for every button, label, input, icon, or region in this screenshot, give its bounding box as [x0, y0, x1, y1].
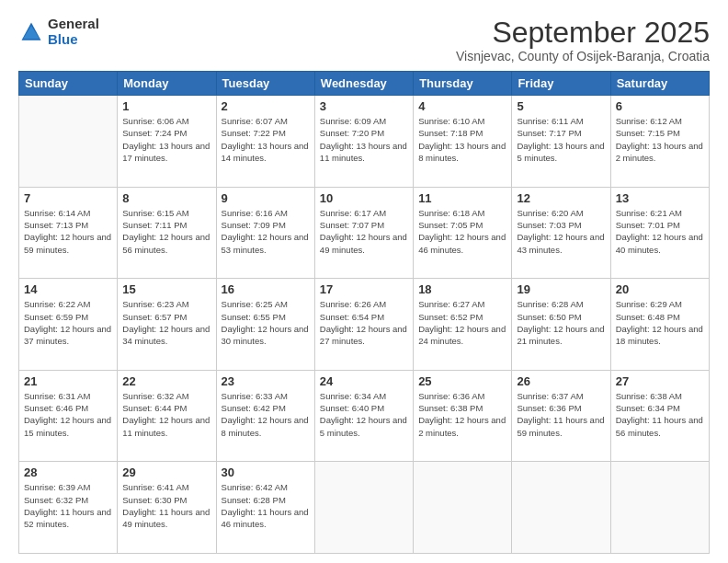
calendar-cell: 18Sunrise: 6:27 AMSunset: 6:52 PMDayligh…: [414, 279, 512, 371]
day-number: 2: [222, 99, 310, 113]
logo-icon: [18, 19, 44, 45]
day-info: Sunrise: 6:25 AMSunset: 6:55 PMDaylight:…: [222, 298, 310, 347]
calendar-cell: [414, 462, 512, 554]
calendar-cell: 23Sunrise: 6:33 AMSunset: 6:42 PMDayligh…: [216, 370, 314, 462]
day-number: 8: [122, 191, 210, 205]
header: General Blue September 2025 Visnjevac, C…: [18, 17, 710, 63]
location-title: Visnjevac, County of Osijek-Baranja, Cro…: [456, 49, 710, 63]
calendar-cell: 28Sunrise: 6:39 AMSunset: 6:32 PMDayligh…: [19, 462, 118, 554]
day-number: 14: [24, 282, 112, 296]
calendar-week-row: 28Sunrise: 6:39 AMSunset: 6:32 PMDayligh…: [19, 462, 710, 554]
calendar-table: SundayMondayTuesdayWednesdayThursdayFrid…: [18, 71, 710, 554]
calendar-cell: 6Sunrise: 6:12 AMSunset: 7:15 PMDaylight…: [610, 96, 709, 188]
weekday-header-sunday: Sunday: [19, 72, 118, 96]
weekday-header-friday: Friday: [512, 72, 610, 96]
logo-text: General Blue: [48, 17, 99, 47]
svg-marker-1: [23, 26, 40, 39]
calendar-cell: 26Sunrise: 6:37 AMSunset: 6:36 PMDayligh…: [512, 370, 610, 462]
calendar-cell: 25Sunrise: 6:36 AMSunset: 6:38 PMDayligh…: [414, 370, 512, 462]
day-number: 12: [517, 191, 605, 205]
weekday-header-wednesday: Wednesday: [314, 72, 413, 96]
calendar-cell: 29Sunrise: 6:41 AMSunset: 6:30 PMDayligh…: [118, 462, 216, 554]
calendar-cell: [610, 462, 709, 554]
month-title: September 2025: [456, 17, 710, 49]
logo-general: General: [48, 17, 99, 32]
day-number: 15: [122, 282, 210, 296]
calendar-cell: 8Sunrise: 6:15 AMSunset: 7:11 PMDaylight…: [118, 187, 216, 279]
calendar-cell: 15Sunrise: 6:23 AMSunset: 6:57 PMDayligh…: [118, 279, 216, 371]
calendar-cell: 9Sunrise: 6:16 AMSunset: 7:09 PMDaylight…: [216, 187, 314, 279]
calendar-cell: 17Sunrise: 6:26 AMSunset: 6:54 PMDayligh…: [314, 279, 413, 371]
calendar-week-row: 7Sunrise: 6:14 AMSunset: 7:13 PMDaylight…: [19, 187, 710, 279]
day-info: Sunrise: 6:15 AMSunset: 7:11 PMDaylight:…: [122, 207, 210, 256]
day-number: 28: [24, 465, 112, 479]
day-number: 18: [418, 282, 506, 296]
day-info: Sunrise: 6:18 AMSunset: 7:05 PMDaylight:…: [418, 207, 506, 256]
calendar-cell: 1Sunrise: 6:06 AMSunset: 7:24 PMDaylight…: [118, 96, 216, 188]
day-info: Sunrise: 6:10 AMSunset: 7:18 PMDaylight:…: [418, 115, 506, 164]
day-number: 26: [517, 374, 605, 388]
day-number: 4: [418, 99, 506, 113]
calendar-cell: 13Sunrise: 6:21 AMSunset: 7:01 PMDayligh…: [610, 187, 709, 279]
day-info: Sunrise: 6:09 AMSunset: 7:20 PMDaylight:…: [320, 115, 408, 164]
day-info: Sunrise: 6:06 AMSunset: 7:24 PMDaylight:…: [122, 115, 210, 164]
day-info: Sunrise: 6:22 AMSunset: 6:59 PMDaylight:…: [24, 298, 112, 347]
day-info: Sunrise: 6:12 AMSunset: 7:15 PMDaylight:…: [616, 115, 704, 164]
day-info: Sunrise: 6:38 AMSunset: 6:34 PMDaylight:…: [616, 390, 704, 439]
calendar-cell: 12Sunrise: 6:20 AMSunset: 7:03 PMDayligh…: [512, 187, 610, 279]
day-info: Sunrise: 6:42 AMSunset: 6:28 PMDaylight:…: [222, 481, 310, 530]
calendar-week-row: 1Sunrise: 6:06 AMSunset: 7:24 PMDaylight…: [19, 96, 710, 188]
day-number: 19: [517, 282, 605, 296]
calendar-week-row: 21Sunrise: 6:31 AMSunset: 6:46 PMDayligh…: [19, 370, 710, 462]
calendar-cell: 10Sunrise: 6:17 AMSunset: 7:07 PMDayligh…: [314, 187, 413, 279]
logo-blue: Blue: [48, 32, 99, 48]
calendar-cell: 21Sunrise: 6:31 AMSunset: 6:46 PMDayligh…: [19, 370, 118, 462]
calendar-cell: 30Sunrise: 6:42 AMSunset: 6:28 PMDayligh…: [216, 462, 314, 554]
day-number: 6: [616, 99, 704, 113]
day-info: Sunrise: 6:29 AMSunset: 6:48 PMDaylight:…: [616, 298, 704, 347]
day-info: Sunrise: 6:26 AMSunset: 6:54 PMDaylight:…: [320, 298, 408, 347]
weekday-header-saturday: Saturday: [610, 72, 709, 96]
calendar-cell: [19, 96, 118, 188]
day-info: Sunrise: 6:16 AMSunset: 7:09 PMDaylight:…: [222, 207, 310, 256]
day-info: Sunrise: 6:20 AMSunset: 7:03 PMDaylight:…: [517, 207, 605, 256]
day-info: Sunrise: 6:28 AMSunset: 6:50 PMDaylight:…: [517, 298, 605, 347]
calendar-cell: [512, 462, 610, 554]
page: General Blue September 2025 Visnjevac, C…: [0, 0, 728, 563]
calendar-cell: 11Sunrise: 6:18 AMSunset: 7:05 PMDayligh…: [414, 187, 512, 279]
day-number: 21: [24, 374, 112, 388]
calendar-cell: 14Sunrise: 6:22 AMSunset: 6:59 PMDayligh…: [19, 279, 118, 371]
day-number: 23: [222, 374, 310, 388]
day-info: Sunrise: 6:14 AMSunset: 7:13 PMDaylight:…: [24, 207, 112, 256]
day-number: 29: [122, 465, 210, 479]
day-number: 17: [320, 282, 408, 296]
calendar-cell: 22Sunrise: 6:32 AMSunset: 6:44 PMDayligh…: [118, 370, 216, 462]
logo: General Blue: [18, 17, 99, 47]
calendar-cell: 5Sunrise: 6:11 AMSunset: 7:17 PMDaylight…: [512, 96, 610, 188]
title-block: September 2025 Visnjevac, County of Osij…: [456, 17, 710, 63]
calendar-cell: 2Sunrise: 6:07 AMSunset: 7:22 PMDaylight…: [216, 96, 314, 188]
day-info: Sunrise: 6:21 AMSunset: 7:01 PMDaylight:…: [616, 207, 704, 256]
day-info: Sunrise: 6:37 AMSunset: 6:36 PMDaylight:…: [517, 390, 605, 439]
weekday-header-monday: Monday: [118, 72, 216, 96]
day-number: 24: [320, 374, 408, 388]
calendar-cell: [314, 462, 413, 554]
day-number: 20: [616, 282, 704, 296]
day-info: Sunrise: 6:41 AMSunset: 6:30 PMDaylight:…: [122, 481, 210, 530]
day-number: 25: [418, 374, 506, 388]
day-info: Sunrise: 6:11 AMSunset: 7:17 PMDaylight:…: [517, 115, 605, 164]
day-number: 11: [418, 191, 506, 205]
weekday-header-row: SundayMondayTuesdayWednesdayThursdayFrid…: [19, 72, 710, 96]
weekday-header-thursday: Thursday: [414, 72, 512, 96]
day-info: Sunrise: 6:33 AMSunset: 6:42 PMDaylight:…: [222, 390, 310, 439]
calendar-cell: 20Sunrise: 6:29 AMSunset: 6:48 PMDayligh…: [610, 279, 709, 371]
day-info: Sunrise: 6:36 AMSunset: 6:38 PMDaylight:…: [418, 390, 506, 439]
day-number: 10: [320, 191, 408, 205]
day-number: 9: [222, 191, 310, 205]
day-number: 16: [222, 282, 310, 296]
day-number: 27: [616, 374, 704, 388]
day-info: Sunrise: 6:27 AMSunset: 6:52 PMDaylight:…: [418, 298, 506, 347]
calendar-cell: 16Sunrise: 6:25 AMSunset: 6:55 PMDayligh…: [216, 279, 314, 371]
calendar-cell: 4Sunrise: 6:10 AMSunset: 7:18 PMDaylight…: [414, 96, 512, 188]
calendar-cell: 3Sunrise: 6:09 AMSunset: 7:20 PMDaylight…: [314, 96, 413, 188]
